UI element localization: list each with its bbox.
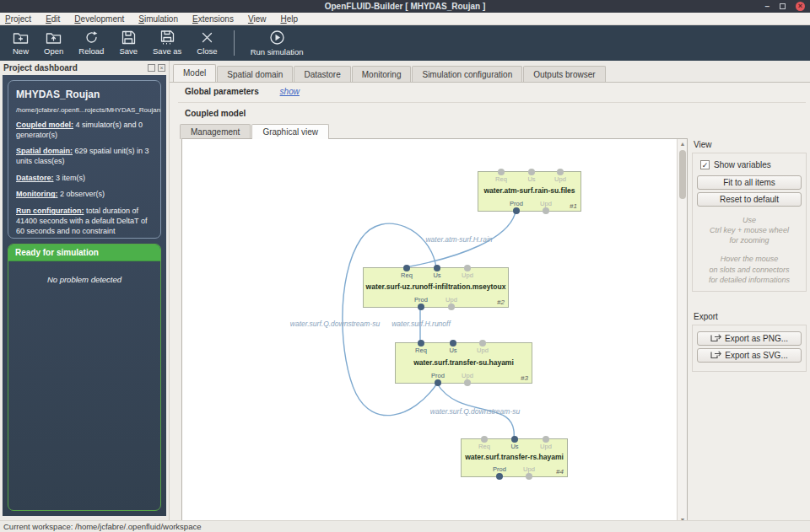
dock-header: Project dashboard × xyxy=(0,61,169,74)
slot-upd-dot[interactable] xyxy=(464,265,471,271)
slot-upd-dot[interactable] xyxy=(543,207,549,214)
simulator-id: water.surf.transfer-su.hayami xyxy=(396,358,532,367)
menu-extensions[interactable]: Extensions xyxy=(192,14,234,24)
show-variables-label: Show variables xyxy=(714,160,771,169)
vertical-scrollbar[interactable]: ▲ ▼ xyxy=(677,139,687,525)
restore-icon[interactable] xyxy=(780,3,786,9)
simulator-node[interactable]: water.atm-surf.rain-su.files#1ReqUsUpdPr… xyxy=(478,171,581,212)
slot-upd-label: Upd xyxy=(477,347,489,354)
menu-view[interactable]: View xyxy=(248,14,267,24)
slot-prod-dot[interactable] xyxy=(435,379,441,386)
subtab-graphical-view[interactable]: Graphical view xyxy=(251,124,329,139)
slot-req-label: Req xyxy=(495,175,507,183)
fit-to-all-items-button[interactable]: Fit to all items xyxy=(697,175,802,190)
tab-spatial-domain[interactable]: Spatial domain xyxy=(217,66,293,82)
node-order-badge: #3 xyxy=(521,374,528,382)
toolbar-button-label: Run simulation xyxy=(251,47,304,56)
slot-prod-dot[interactable] xyxy=(418,304,424,310)
slot-us-label: Us xyxy=(433,271,440,279)
save-icon xyxy=(121,30,137,45)
model-diagram-viewport[interactable]: water.atm-surf.H.rainwater.surf.Q.downst… xyxy=(182,139,677,525)
run-simulation-button[interactable]: Run simulation xyxy=(243,26,311,60)
slot-us-label: Us xyxy=(527,175,535,183)
reload-button[interactable]: Reload xyxy=(71,26,111,60)
project-path: /home/jcfabre/.openfl...rojects/MHYDAS_R… xyxy=(16,106,153,114)
status-badge: Ready for simulation xyxy=(8,245,160,261)
slot-req-dot[interactable] xyxy=(418,340,424,347)
window-title: OpenFLUID-Builder [ MHYDAS_Roujan ] xyxy=(325,2,486,11)
toolbar: NewOpenReloadSaveSave asCloseRun simulat… xyxy=(0,25,810,61)
slot-req-dot[interactable] xyxy=(498,169,505,175)
status-bar: Current workspace: /home/jcfabre/.openfl… xyxy=(0,520,810,532)
dock-float-icon[interactable] xyxy=(148,64,155,72)
window-close-icon[interactable]: × xyxy=(796,2,805,11)
connector-label: water.atm-surf.H.rain xyxy=(425,235,492,244)
project-dashboard-dock: Project dashboard × MHYDAS_Roujan /home/… xyxy=(0,61,170,520)
tab-outputs-browser[interactable]: Outputs browser xyxy=(523,66,605,82)
slot-prod-label: Prod xyxy=(414,296,428,304)
hover-hint-text: Hover the mouse on slots and connectors … xyxy=(697,254,802,284)
simulator-id: water.atm-surf.rain-su.files xyxy=(478,186,580,195)
menu-help[interactable]: Help xyxy=(280,14,298,24)
slot-prod-dot[interactable] xyxy=(496,473,503,480)
save-as-button[interactable]: Save as xyxy=(145,26,189,60)
scroll-up-icon[interactable]: ▲ xyxy=(678,139,688,149)
new-button[interactable]: New xyxy=(5,26,36,60)
dock-close-icon[interactable]: × xyxy=(158,64,165,72)
tab-datastore[interactable]: Datastore xyxy=(294,66,350,82)
export-svg-button[interactable]: Export as SVG... xyxy=(697,348,802,363)
window-titlebar: OpenFLUID-Builder [ MHYDAS_Roujan ] – × xyxy=(0,0,810,13)
tab-simulation-configuration[interactable]: Simulation configuration xyxy=(412,66,522,82)
slot-prod-dot[interactable] xyxy=(513,207,520,214)
view-options-panel: View ✓ Show variables Fit to all items R… xyxy=(692,138,807,372)
model-tab-page: Global parameters show Coupled model Man… xyxy=(170,83,810,520)
close-button[interactable]: Close xyxy=(189,26,224,60)
slot-upd-dot[interactable] xyxy=(557,169,564,175)
slot-req-label: Req xyxy=(401,271,413,279)
menu-bar: ProjectEditDevelopmentSimulationExtensio… xyxy=(0,13,810,25)
menu-development[interactable]: Development xyxy=(74,14,124,24)
dashboard-entry: Monitoring: 2 observer(s) xyxy=(16,190,153,200)
slot-upd-label: Upd xyxy=(554,175,566,183)
main-tab-bar: ModelSpatial domainDatastoreMonitoringSi… xyxy=(173,64,810,82)
toolbar-button-label: Save xyxy=(119,46,138,56)
export-png-button[interactable]: Export as PNG... xyxy=(697,331,802,346)
reset-to-default-button[interactable]: Reset to default xyxy=(697,192,802,207)
slot-upd-dot[interactable] xyxy=(448,304,455,310)
simulator-node[interactable]: water.surf.transfer-rs.hayami#4ReqUsUpdP… xyxy=(461,438,568,477)
slot-req-dot[interactable] xyxy=(481,436,488,443)
subtab-management[interactable]: Management xyxy=(180,124,251,139)
show-link[interactable]: show xyxy=(280,87,300,96)
slot-upd-dot[interactable] xyxy=(464,379,471,386)
show-variables-checkbox[interactable]: ✓ xyxy=(700,160,710,169)
tab-model[interactable]: Model xyxy=(173,64,216,82)
simulator-node[interactable]: water.surf-uz.runoff-infiltration.mseyto… xyxy=(363,267,509,308)
slot-req-label: Req xyxy=(415,347,427,354)
slot-upd-dot[interactable] xyxy=(543,436,549,443)
slot-us-dot[interactable] xyxy=(511,436,518,443)
menu-simulation[interactable]: Simulation xyxy=(138,14,178,24)
menu-edit[interactable]: Edit xyxy=(46,14,60,24)
vertical-scroll-thumb[interactable] xyxy=(679,150,686,199)
slot-us-dot[interactable] xyxy=(528,169,535,175)
menu-project[interactable]: Project xyxy=(5,14,31,24)
slot-req-dot[interactable] xyxy=(403,265,410,271)
save-button[interactable]: Save xyxy=(111,26,145,60)
open-button[interactable]: Open xyxy=(36,26,71,60)
close-icon xyxy=(200,30,214,45)
simulation-status-panel: Ready for simulation No problem detected xyxy=(8,244,161,511)
graphical-view-canvas[interactable]: water.atm-surf.H.rainwater.surf.Q.downst… xyxy=(181,138,688,532)
dashboard-entry: Datastore: 3 item(s) xyxy=(16,174,153,184)
slot-us-dot[interactable] xyxy=(450,340,456,347)
status-message: No problem detected xyxy=(8,275,160,284)
project-name: MHYDAS_Roujan xyxy=(16,89,153,100)
slot-upd-dot[interactable] xyxy=(526,473,532,480)
export-button-label: Export as PNG... xyxy=(725,334,788,343)
view-group-label: View xyxy=(694,140,807,149)
slot-us-dot[interactable] xyxy=(434,265,440,271)
tab-monitoring[interactable]: Monitoring xyxy=(352,66,412,82)
minimize-icon[interactable]: – xyxy=(764,3,770,11)
slot-req-label: Req xyxy=(478,443,490,450)
simulator-node[interactable]: water.surf.transfer-su.hayami#3ReqUsUpdP… xyxy=(395,342,532,384)
slot-upd-dot[interactable] xyxy=(479,340,486,347)
